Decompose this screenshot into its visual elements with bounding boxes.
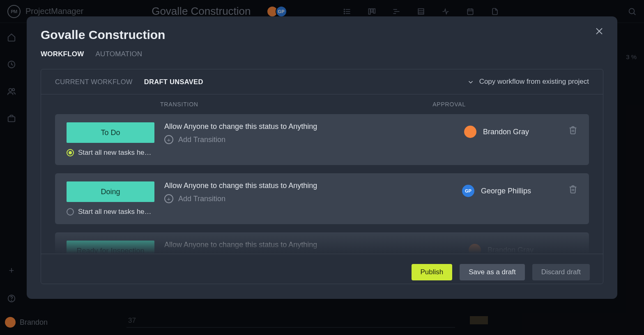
approver[interactable]: Brandon Gray [471, 244, 534, 254]
add-transition-label: Add Transition [178, 195, 225, 203]
chevron-down-icon [467, 78, 474, 86]
tab-automation[interactable]: AUTOMATION [95, 50, 142, 58]
status-chip[interactable]: Doing [67, 181, 154, 202]
status-chip[interactable]: To Do [67, 122, 154, 143]
header-transition: TRANSITION [160, 101, 198, 108]
workflow-card: To Do Start all new tasks he… Allow Anyo… [55, 114, 589, 165]
subtab-current-workflow[interactable]: CURRENT WORKFLOW [55, 78, 133, 86]
plus-circle-icon: + [164, 135, 173, 144]
plus-circle-icon: + [164, 253, 173, 254]
tab-workflow[interactable]: WORKFLOW [41, 50, 84, 58]
transition-rule: Allow Anyone to change this status to An… [164, 181, 427, 190]
add-transition-button[interactable]: + Add Transition [164, 253, 427, 254]
copy-workflow-link[interactable]: Copy workflow from existing project [467, 78, 589, 86]
workflow-card: Doing Start all new tasks he… Allow Anyo… [55, 173, 589, 224]
radio-label: Start all new tasks he… [78, 149, 152, 157]
approver-name: Brandon Gray [488, 246, 534, 254]
modal-overlay: Govalle Construction WORKFLOW AUTOMATION… [0, 0, 644, 335]
add-transition-label: Add Transition [178, 254, 225, 254]
header-approval: APPROVAL [432, 101, 466, 108]
subtab-draft-unsaved[interactable]: DRAFT UNSAVED [144, 78, 203, 86]
modal-tabs: WORKFLOW AUTOMATION [41, 50, 603, 58]
start-tasks-radio[interactable]: Start all new tasks he… [67, 149, 154, 157]
radio-icon [67, 149, 74, 156]
delete-button[interactable] [568, 185, 577, 194]
approver[interactable]: GP George Phillips [465, 185, 531, 197]
add-transition-label: Add Transition [178, 135, 225, 144]
workflow-card: Ready for Inspection Allow Anyone to cha… [55, 232, 589, 254]
transition-rule: Allow Anyone to change this status to An… [164, 122, 427, 131]
workflow-panel: CURRENT WORKFLOW DRAFT UNSAVED Copy work… [41, 69, 603, 284]
approver-avatar-icon: GP [462, 185, 474, 197]
modal-title: Govalle Construction [41, 28, 603, 42]
approver[interactable]: Brandon Gray [467, 126, 529, 138]
add-transition-button[interactable]: + Add Transition [164, 135, 427, 144]
radio-label: Start all new tasks he… [78, 208, 152, 216]
discard-draft-button[interactable]: Discard draft [532, 264, 590, 280]
close-button[interactable] [594, 26, 606, 38]
delete-button[interactable] [568, 126, 577, 135]
transition-rule: Allow Anyone to change this status to An… [164, 241, 427, 249]
add-transition-button[interactable]: + Add Transition [164, 194, 427, 203]
publish-button[interactable]: Publish [412, 264, 453, 280]
plus-circle-icon: + [164, 194, 173, 203]
panel-top: CURRENT WORKFLOW DRAFT UNSAVED Copy work… [41, 69, 603, 94]
start-tasks-radio[interactable]: Start all new tasks he… [67, 208, 154, 216]
column-headers: TRANSITION APPROVAL [41, 94, 603, 114]
save-draft-button[interactable]: Save as a draft [460, 264, 524, 280]
approver-avatar-icon [464, 126, 476, 138]
approver-avatar-icon [469, 244, 481, 254]
workflow-list: To Do Start all new tasks he… Allow Anyo… [41, 114, 603, 254]
approver-name: Brandon Gray [483, 128, 529, 136]
workflow-modal: Govalle Construction WORKFLOW AUTOMATION… [27, 16, 617, 299]
panel-subtabs: CURRENT WORKFLOW DRAFT UNSAVED [55, 78, 203, 86]
modal-footer: Publish Save as a draft Discard draft [41, 254, 603, 284]
copy-workflow-label: Copy workflow from existing project [479, 78, 589, 86]
status-chip[interactable]: Ready for Inspection [67, 241, 154, 254]
radio-icon [67, 208, 74, 216]
approver-name: George Phillips [481, 187, 531, 195]
